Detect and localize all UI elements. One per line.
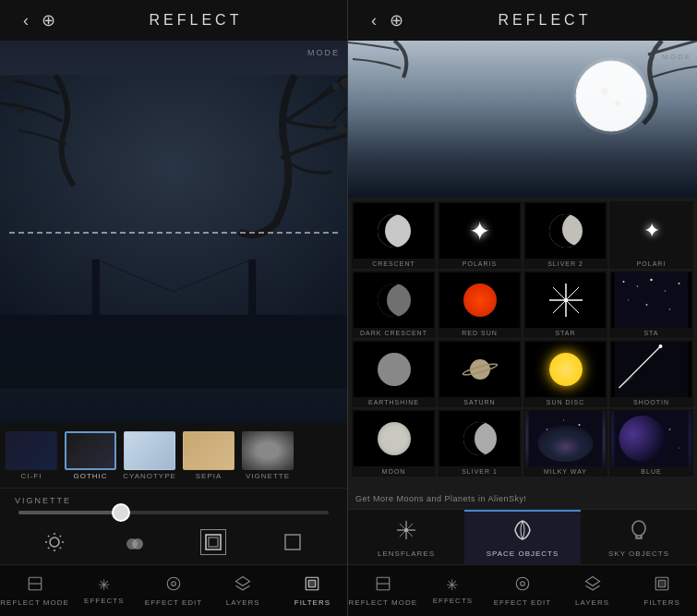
star-thumb: [525, 272, 606, 328]
star-label: STAR: [555, 330, 575, 336]
left-nav-reflect-mode[interactable]: REFLECT MODE: [0, 565, 69, 616]
polaris2-thumb: ✦: [611, 203, 691, 259]
filter-vignette-thumb: [242, 431, 294, 470]
blue-label: BLUE: [641, 468, 661, 475]
left-nav-layers[interactable]: LAYERS: [209, 565, 278, 616]
grid-cell-earthshine[interactable]: EARTHSHINE: [352, 340, 436, 407]
filters-icon: [304, 575, 320, 596]
grid-cell-dark-crescent[interactable]: DARK CRESCENT: [352, 271, 436, 338]
svg-line-22: [48, 548, 49, 549]
left-nav-effect-edit-label: EFFECT EDIT: [145, 598, 202, 607]
svg-rect-57: [615, 342, 689, 397]
grid-cell-red-sun[interactable]: RED SUN: [438, 271, 522, 338]
lensflares-label: LENSFLARES: [378, 550, 435, 558]
grid-cell-star[interactable]: STAR: [523, 271, 607, 338]
svg-point-49: [623, 281, 625, 283]
grid-cell-saturn[interactable]: SATURN: [438, 340, 522, 407]
polaris-star-shape: ✦: [469, 216, 490, 247]
right-zoom-button[interactable]: ⊕: [385, 10, 407, 30]
moon-thumb: [354, 411, 434, 466]
sun-disc-label: SUN DISC: [547, 399, 584, 405]
filter-gothic-thumb: [65, 431, 116, 470]
category-tabs: LENSFLARES SPACE OBJECTS: [348, 509, 697, 564]
square-tool[interactable]: [280, 529, 306, 555]
svg-point-55: [646, 304, 648, 306]
right-effects-icon: ✳: [446, 576, 459, 594]
color-tool[interactable]: [121, 529, 147, 555]
right-nav-filters-label: FILTERS: [644, 598, 680, 607]
stars-bg-shape: [611, 272, 691, 328]
left-zoom-button[interactable]: ⊕: [37, 10, 59, 30]
sta-thumb: [611, 272, 691, 328]
category-space-objects[interactable]: SPACE OBJECTS: [464, 510, 581, 564]
right-nav-effects[interactable]: ✳ EFFECTS: [418, 565, 488, 616]
filter-gothic-label: GOTHIC: [73, 472, 107, 480]
dashed-line: [9, 232, 338, 234]
right-nav-effect-edit[interactable]: EFFECT EDIT: [487, 565, 558, 616]
brightness-tool[interactable]: [42, 529, 67, 555]
grid-cell-blue[interactable]: BLUE: [609, 409, 693, 477]
left-nav-effects[interactable]: ✳ EFFECTS: [69, 565, 138, 616]
left-back-button[interactable]: ‹: [15, 11, 37, 30]
blue-thumb: [611, 411, 691, 466]
frame-tool[interactable]: [200, 529, 226, 555]
right-nav-reflect-mode[interactable]: REFLECT MODE: [348, 565, 418, 616]
sliver1-label: SLIVER 1: [462, 468, 498, 475]
right-reflect-mode-icon: [375, 575, 391, 596]
grid-cell-moon[interactable]: MOON: [352, 409, 436, 477]
effects-icon: ✳: [98, 576, 111, 594]
vignette-slider-track[interactable]: [18, 511, 329, 514]
left-panel: ‹ ⊕ REFLECT: [0, 0, 348, 616]
right-nav-layers[interactable]: LAYERS: [558, 565, 628, 616]
polaris-thumb: ✦: [439, 203, 520, 259]
category-lensflares[interactable]: LENSFLARES: [348, 510, 464, 564]
grid-cell-polaris[interactable]: ✦ POLARIS: [438, 201, 522, 269]
left-nav-filters[interactable]: FILTERS: [278, 565, 347, 616]
polaris-label: POLARIS: [463, 260, 497, 267]
moon-full-shape: [378, 422, 411, 455]
filter-vignette-label: VIGNETTE: [246, 472, 290, 480]
saturn-shape: [462, 353, 499, 386]
filter-gothic[interactable]: GOTHIC: [63, 431, 118, 480]
svg-point-41: [572, 57, 650, 135]
svg-rect-14: [0, 333, 347, 389]
filter-vignette[interactable]: VIGNETTE: [240, 431, 295, 480]
grid-cell-shooting[interactable]: SHOOTIN: [609, 340, 693, 407]
right-back-button[interactable]: ‹: [363, 11, 385, 30]
category-sky-objects[interactable]: SKY OBJECTS: [581, 510, 697, 564]
svg-point-25: [132, 538, 143, 550]
svg-point-62: [538, 425, 594, 462]
svg-point-32: [172, 581, 176, 586]
left-tool-row: [0, 520, 347, 564]
svg-line-21: [60, 548, 61, 549]
right-filters-icon: [654, 575, 670, 596]
filter-sepia-label: SEPIA: [196, 472, 222, 480]
earthshine-label: EARTHSHINE: [368, 399, 419, 405]
red-sun-label: RED SUN: [462, 330, 498, 336]
filter-sci-fi[interactable]: CI-FI: [4, 431, 59, 480]
right-nav-reflect-label: REFLECT MODE: [349, 598, 418, 607]
filter-sepia[interactable]: SEPIA: [181, 431, 236, 480]
svg-point-63: [547, 429, 548, 430]
filter-sepia-thumb: [183, 431, 234, 470]
svg-point-65: [563, 419, 564, 420]
sliver1-thumb: [439, 411, 520, 466]
filter-cyanotype[interactable]: CYANOTYPE: [122, 431, 177, 480]
grid-cell-milky-way[interactable]: MILKY WAY: [523, 409, 607, 477]
left-nav-layers-label: LAYERS: [226, 598, 260, 607]
sky-objects-icon: [628, 519, 650, 546]
svg-rect-28: [285, 535, 300, 550]
right-image-area: MODE: [348, 41, 697, 198]
grid-cell-sta[interactable]: STA: [609, 271, 693, 338]
grid-cell-sun-disc[interactable]: SUN DISC: [523, 340, 607, 407]
grid-cell-sliver1[interactable]: SLIVER 1: [438, 409, 522, 477]
grid-cell-sliver2[interactable]: SLIVER 2: [523, 201, 607, 269]
svg-line-20: [48, 536, 49, 537]
left-nav-effect-edit[interactable]: EFFECT EDIT: [138, 565, 208, 616]
right-nav-filters[interactable]: FILTERS: [627, 565, 697, 616]
grid-cell-polaris2[interactable]: ✦ POLARI: [609, 201, 693, 269]
vignette-slider-thumb[interactable]: [112, 503, 130, 522]
grid-cell-crescent[interactable]: CRESCENT: [352, 201, 436, 269]
saturn-thumb: [439, 342, 520, 397]
right-header: ‹ ⊕ REFLECT: [348, 0, 697, 41]
